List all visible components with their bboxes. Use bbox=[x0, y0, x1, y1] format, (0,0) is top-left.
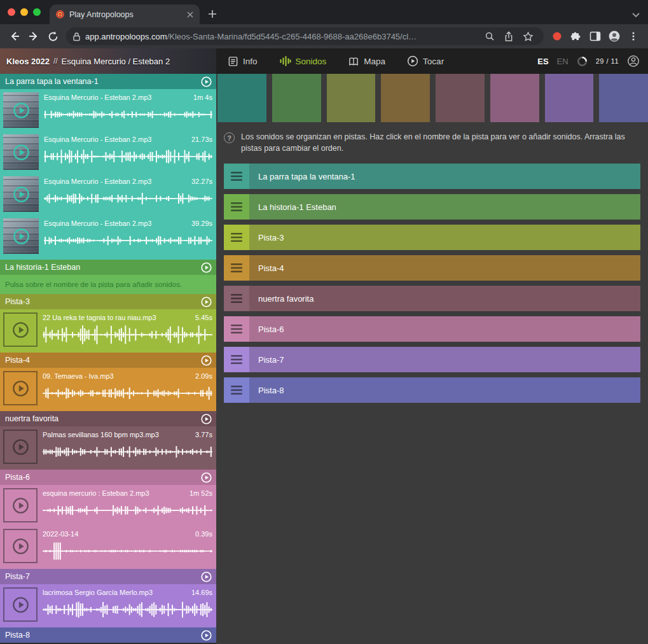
nav-tab-mapa[interactable]: Mapa bbox=[348, 56, 385, 67]
sidebar-track-header[interactable]: La historia-1 Esteban bbox=[0, 260, 216, 275]
sound-item[interactable]: Esquina Mercurio - Esteban 2.mp31m 4s bbox=[0, 89, 216, 131]
track-play-icon[interactable] bbox=[201, 355, 212, 366]
sidebar-track-header[interactable]: Pista-7 bbox=[0, 569, 216, 584]
sound-item[interactable]: esquina mercurio : Esteban 2.mp31m 52s bbox=[0, 485, 216, 526]
track-row-7[interactable]: Pista-7 bbox=[224, 347, 640, 372]
sound-item[interactable]: Palmas sevillanas 160 bpm mp3.mp33.77s bbox=[0, 426, 216, 467]
track-play-icon[interactable] bbox=[201, 297, 212, 307]
sound-duration: 1m 4s bbox=[193, 93, 212, 102]
track-row-4[interactable]: Pista-4 bbox=[224, 255, 640, 281]
extensions-puzzle-icon[interactable] bbox=[567, 27, 586, 45]
track-play-icon[interactable] bbox=[201, 262, 212, 273]
play-icon bbox=[13, 144, 30, 161]
address-bar[interactable]: app.antropoloops.com/Kleos-Santa-Marina/… bbox=[66, 27, 544, 45]
track-row-5[interactable]: nuertra favorita bbox=[224, 286, 640, 311]
browser-tab[interactable]: Play Antropoloops bbox=[50, 4, 200, 24]
track-row-2[interactable]: La historia-1 Esteban bbox=[224, 194, 640, 220]
sidebar-track-header[interactable]: Pista-8 bbox=[0, 627, 216, 643]
sidebar-track-header[interactable]: nuertra favorita bbox=[0, 411, 216, 426]
sound-item[interactable]: Esquina Mercurio - Esteban 2.mp339.29s bbox=[0, 215, 216, 257]
close-window-button[interactable] bbox=[8, 8, 15, 16]
drag-handle-icon[interactable] bbox=[224, 164, 249, 189]
breadcrumb-separator: // bbox=[53, 57, 58, 66]
nav-tab-tocar[interactable]: Tocar bbox=[407, 55, 444, 67]
sidebar-track-header[interactable]: Pista-6 bbox=[0, 470, 216, 485]
main-nav: Info Sonidos Mapa Tocar bbox=[228, 55, 444, 67]
zoom-icon[interactable] bbox=[480, 27, 499, 45]
sound-item[interactable]: Esquina Mercurio - Esteban 2.mp332.27s bbox=[0, 173, 216, 215]
forward-icon[interactable] bbox=[24, 27, 43, 46]
track-play-icon[interactable] bbox=[201, 571, 212, 582]
new-tab-button[interactable] bbox=[203, 5, 221, 23]
track-row-6[interactable]: Pista-6 bbox=[224, 316, 640, 342]
drag-handle-icon[interactable] bbox=[224, 286, 249, 311]
drag-handle-icon[interactable] bbox=[224, 377, 249, 403]
minimize-window-button[interactable] bbox=[20, 8, 28, 16]
sidebar-track-name: La parra tapa la ventana-1 bbox=[5, 77, 99, 86]
breadcrumb[interactable]: Kleos 2022 // Esquina Mercurio / Esteban… bbox=[0, 48, 216, 74]
sound-play-button[interactable] bbox=[3, 371, 38, 405]
back-icon[interactable] bbox=[5, 27, 24, 46]
sidebar-track-header[interactable]: Pista-3 bbox=[0, 294, 216, 309]
track-swatch-2 bbox=[272, 74, 321, 122]
sound-play-button[interactable] bbox=[3, 529, 38, 563]
drag-handle-icon[interactable] bbox=[224, 194, 249, 220]
sound-play-button[interactable] bbox=[3, 430, 38, 464]
sound-item[interactable]: Esquina Mercurio - Esteban 2.mp321.73s bbox=[0, 131, 216, 173]
play-circle-icon bbox=[407, 55, 418, 67]
track-play-icon[interactable] bbox=[201, 630, 212, 641]
browser-toolbar: app.antropoloops.com/Kleos-Santa-Marina/… bbox=[0, 24, 648, 48]
drag-handle-icon[interactable] bbox=[224, 255, 249, 281]
waveform bbox=[44, 145, 212, 168]
lang-en-button[interactable]: EN bbox=[557, 57, 569, 66]
waveform bbox=[43, 440, 212, 463]
sidebar-track-header[interactable]: Pista-4 bbox=[0, 353, 216, 368]
nav-tab-sonidos[interactable]: Sonidos bbox=[279, 55, 327, 67]
browser-menu-kebab-icon[interactable] bbox=[624, 27, 643, 45]
sidebar-track-name: Pista-6 bbox=[5, 473, 30, 482]
track-play-icon[interactable] bbox=[201, 472, 212, 483]
sound-play-button[interactable] bbox=[3, 312, 38, 347]
lock-icon[interactable] bbox=[72, 32, 81, 41]
drag-handle-icon[interactable] bbox=[224, 225, 249, 250]
sound-play-button[interactable] bbox=[3, 176, 39, 212]
play-icon bbox=[13, 186, 30, 203]
drag-handle-icon[interactable] bbox=[224, 316, 249, 342]
nav-tab-label: Sonidos bbox=[296, 57, 327, 66]
sound-play-button[interactable] bbox=[3, 134, 39, 170]
zoom-window-button[interactable] bbox=[33, 8, 41, 16]
hamburger-icon bbox=[231, 263, 242, 272]
waveform bbox=[44, 103, 212, 126]
sound-play-button[interactable] bbox=[3, 587, 38, 622]
track-row-1[interactable]: La parra tapa la ventana-1 bbox=[224, 164, 640, 189]
sidebar-track-header[interactable]: La parra tapa la ventana-1 bbox=[0, 74, 216, 89]
share-icon[interactable] bbox=[499, 27, 518, 45]
bookmark-star-icon[interactable] bbox=[518, 27, 537, 45]
sound-item[interactable]: 2022-03-140.39s bbox=[0, 526, 216, 566]
sound-item[interactable]: lacrimosa Sergio García Merlo.mp314.69s bbox=[0, 584, 216, 625]
lang-es-button[interactable]: ES bbox=[537, 57, 548, 66]
reload-icon[interactable] bbox=[43, 27, 62, 46]
track-swatch-7 bbox=[545, 74, 594, 122]
sound-play-button[interactable] bbox=[3, 218, 39, 254]
drag-handle-icon[interactable] bbox=[224, 347, 249, 372]
track-play-icon[interactable] bbox=[201, 76, 212, 87]
recording-extension-icon[interactable] bbox=[548, 27, 567, 45]
url-text: app.antropoloops.com/Kleos-Santa-Marina/… bbox=[85, 32, 480, 41]
tab-close-icon[interactable] bbox=[187, 11, 193, 18]
url-path: /Kleos-Santa-Marina/fd5d5445-c265-4468-9… bbox=[167, 32, 417, 41]
side-panel-icon[interactable] bbox=[586, 27, 605, 45]
sound-play-button[interactable] bbox=[3, 488, 38, 522]
sound-play-button[interactable] bbox=[3, 92, 39, 128]
track-row-3[interactable]: Pista-3 bbox=[224, 225, 640, 250]
account-icon[interactable] bbox=[627, 55, 640, 67]
nav-tab-info[interactable]: Info bbox=[228, 56, 258, 67]
sound-item[interactable]: 09. Temaeva - Iva.mp32.09s bbox=[0, 368, 216, 409]
track-play-icon[interactable] bbox=[201, 414, 212, 424]
profile-avatar-icon[interactable] bbox=[605, 27, 624, 45]
track-row-8[interactable]: Pista-8 bbox=[224, 377, 640, 403]
hint-row: ? Los sonidos se organizan en pistas. Ha… bbox=[224, 131, 639, 154]
sidebar-track-name: Pista-7 bbox=[5, 572, 30, 581]
tab-search-chevron-icon[interactable] bbox=[631, 12, 640, 18]
sound-item[interactable]: 22 Ua reka te tagnia to rau niau.mp35.45… bbox=[0, 309, 216, 350]
